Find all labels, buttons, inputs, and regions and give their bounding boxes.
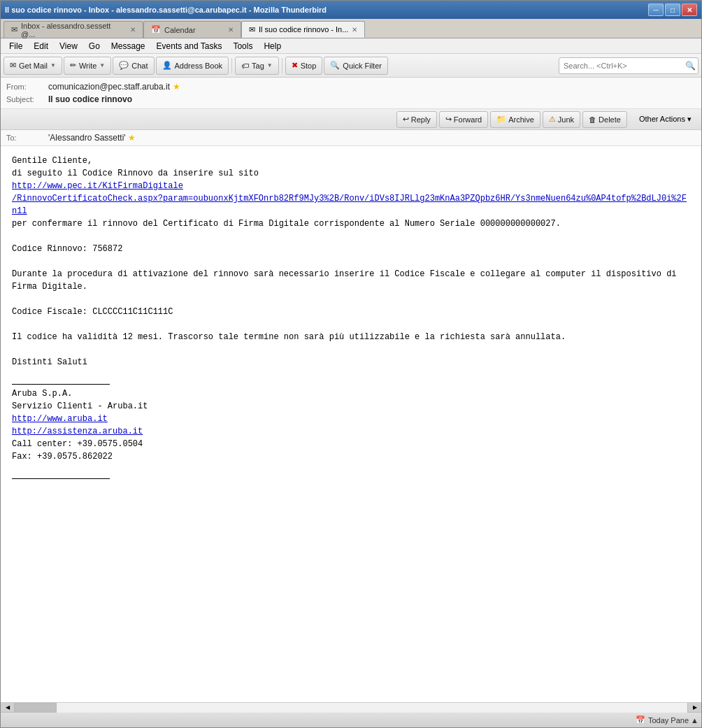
search-input[interactable] — [559, 57, 699, 74]
body-line7: Durante la procedura di attivazione del … — [12, 268, 690, 280]
address-book-label: Address Book — [175, 62, 222, 70]
forward-icon: ↪ — [445, 115, 452, 124]
write-button[interactable]: ✏ Write — [64, 57, 111, 75]
body-link1: http://www.pec.it/KitFirmaDigitale — [12, 180, 690, 192]
menu-go[interactable]: Go — [83, 40, 106, 52]
toolbar: ✉ Get Mail ✏ Write 💬 Chat 👤 Address Book… — [1, 54, 701, 78]
tab-email-label: Il suo codice rinnovo - In... — [259, 25, 348, 34]
reply-icon: ↩ — [403, 115, 409, 124]
write-icon: ✏ — [70, 61, 76, 70]
chat-button[interactable]: 💬 Chat — [113, 57, 154, 75]
forward-label: Forward — [454, 115, 482, 124]
tag-button[interactable]: 🏷 Tag — [235, 57, 279, 75]
link-aruba[interactable]: http://www.aruba.it — [12, 414, 108, 424]
menu-edit[interactable]: Edit — [28, 40, 54, 52]
main-window: Il suo codice rinnovo - Inbox - alessand… — [0, 0, 702, 728]
other-actions-button[interactable]: Other Actions ▾ — [635, 113, 696, 125]
from-star-icon: ★ — [173, 82, 180, 92]
write-label: Write — [79, 62, 96, 70]
status-bar: 📅 Today Pane ▲ — [1, 712, 701, 727]
link-kit-firma[interactable]: http://www.pec.it/KitFirmaDigitale — [12, 181, 183, 191]
chat-label: Chat — [131, 62, 148, 70]
forward-button[interactable]: ↪ Forward — [439, 111, 488, 128]
junk-button[interactable]: ⚠ Junk — [543, 111, 580, 128]
window-title: Il suo codice rinnovo - Inbox - alessand… — [5, 6, 648, 14]
horizontal-rule-1 — [12, 384, 110, 385]
tab-calendar[interactable]: 📅 Calendar ✕ — [143, 21, 241, 38]
tab-inbox-icon: ✉ — [11, 25, 17, 34]
scroll-right-button[interactable]: ▶ — [687, 703, 701, 713]
toolbar-separator-1 — [231, 58, 232, 73]
body-line8: Firma Digitale. — [12, 280, 690, 293]
from-row: From: comunicazion@pec.staff.aruba.it ★ — [6, 80, 696, 93]
to-row-container: To: 'Alessandro Sassetti' ★ — [1, 130, 701, 146]
to-value: 'Alessandro Sassetti' ★ — [48, 133, 136, 143]
body-aruba: Aruba S.p.A. — [12, 387, 690, 400]
status-bar-right: 📅 Today Pane ▲ — [636, 715, 699, 725]
menu-tools[interactable]: Tools — [227, 40, 258, 52]
scroll-thumb[interactable] — [15, 703, 57, 713]
subject-value: Il suo codice rinnovo — [48, 94, 132, 104]
action-bar: ↩ Reply ↪ Forward 📁 Archive ⚠ Junk 🗑 Del… — [1, 109, 701, 130]
body-distinti-saluti: Distinti Saluti — [12, 356, 690, 369]
body-servizio: Servizio Clienti - Aruba.it — [12, 400, 690, 413]
tag-label: Tag — [252, 62, 264, 70]
body-fax: Fax: +39.0575.862022 — [12, 450, 690, 463]
body-call-center: Call center: +39.0575.0504 — [12, 438, 690, 450]
menu-message[interactable]: Message — [106, 40, 151, 52]
body-link4: http://assistenza.aruba.it — [12, 425, 690, 438]
stop-label: Stop — [301, 62, 317, 70]
tab-inbox[interactable]: ✉ Inbox - alessandro.sessett @... ✕ — [3, 21, 143, 38]
scroll-left-button[interactable]: ◀ — [1, 703, 15, 713]
menu-help[interactable]: Help — [258, 40, 287, 52]
stop-button[interactable]: ✖ Stop — [285, 57, 323, 75]
tab-bar: ✉ Inbox - alessandro.sessett @... ✕ 📅 Ca… — [1, 19, 701, 38]
stop-icon: ✖ — [292, 61, 298, 70]
body-line2: di seguito il Codice Rinnovo da inserire… — [12, 167, 690, 180]
body-line12: Il codice ha validità 12 mesi. Trascorso… — [12, 331, 690, 343]
delete-icon: 🗑 — [589, 115, 596, 124]
get-mail-label: Get Mail — [19, 62, 48, 70]
search-icon[interactable]: 🔍 — [685, 61, 696, 71]
address-book-button[interactable]: 👤 Address Book — [156, 57, 229, 75]
body-codice-fiscale: Codice Fiscale: CLCCCC11C11C111C — [12, 306, 690, 318]
subject-row: Subject: Il suo codice rinnovo — [6, 93, 696, 106]
archive-icon: 📁 — [496, 115, 506, 124]
menu-view[interactable]: View — [54, 40, 83, 52]
maximize-button[interactable]: □ — [665, 3, 680, 16]
toolbar-separator-2 — [282, 58, 282, 73]
horizontal-scrollbar[interactable]: ◀ ▶ — [1, 702, 701, 712]
to-star-icon: ★ — [128, 133, 136, 143]
subject-label: Subject: — [6, 95, 48, 104]
body-line1: Gentile Cliente, — [12, 155, 690, 167]
junk-icon: ⚠ — [549, 115, 556, 124]
quick-filter-label: Quick Filter — [343, 62, 382, 70]
tab-calendar-close[interactable]: ✕ — [228, 26, 234, 34]
junk-label: Junk — [558, 115, 574, 124]
body-link2: /RinnovoCertificatoCheck.aspx?param=oubu… — [12, 192, 690, 217]
tab-email-close[interactable]: ✕ — [352, 26, 357, 34]
quick-filter-button[interactable]: 🔍 Quick Filter — [324, 57, 388, 75]
today-pane-button[interactable]: Today Pane ▲ — [648, 716, 699, 725]
minimize-button[interactable]: ─ — [648, 3, 664, 16]
link-assistenza[interactable]: http://assistenza.aruba.it — [12, 427, 143, 436]
from-label: From: — [6, 83, 48, 91]
delete-button[interactable]: 🗑 Delete — [582, 111, 627, 128]
archive-button[interactable]: 📁 Archive — [490, 111, 540, 128]
chat-icon: 💬 — [119, 61, 129, 70]
reply-button[interactable]: ↩ Reply — [396, 111, 437, 128]
delete-label: Delete — [599, 115, 621, 124]
tab-calendar-icon: 📅 — [151, 25, 161, 34]
tab-email[interactable]: ✉ Il suo codice rinnovo - In... ✕ — [241, 21, 365, 38]
menu-file[interactable]: File — [3, 40, 28, 52]
quick-filter-icon: 🔍 — [330, 61, 340, 70]
menu-bar: File Edit View Go Message Events and Tas… — [1, 38, 701, 54]
email-headers: From: comunicazion@pec.staff.aruba.it ★ … — [1, 78, 701, 109]
menu-events-tasks[interactable]: Events and Tasks — [151, 40, 228, 52]
to-row: To: 'Alessandro Sassetti' ★ — [6, 131, 696, 144]
tab-inbox-close[interactable]: ✕ — [130, 26, 136, 34]
close-button[interactable]: ✕ — [682, 3, 697, 16]
get-mail-button[interactable]: ✉ Get Mail — [3, 57, 62, 75]
tab-inbox-label: Inbox - alessandro.sessett @... — [21, 22, 127, 38]
link-rinnovo[interactable]: /RinnovoCertificatoCheck.aspx?param=oubu… — [12, 194, 687, 216]
